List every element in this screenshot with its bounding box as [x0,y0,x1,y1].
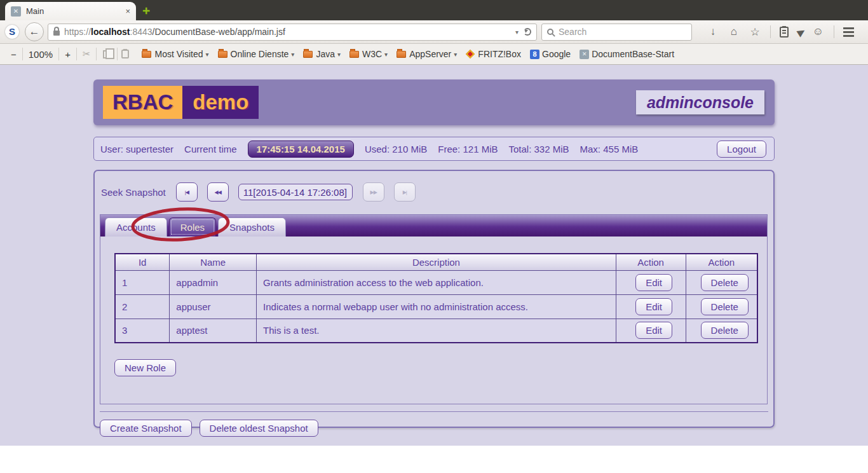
browser-navigation-bar: S ← https://localhost:8443/DocumentBase-… [0,20,868,44]
roles-table: Id Name Description Action Action 1 appa… [114,253,758,343]
downloads-icon[interactable]: ↓ [705,25,721,38]
delete-oldest-snapshot-button[interactable]: Delete oldest Snapshot [200,420,318,437]
documentbase-icon: ✕ [580,50,589,59]
zoom-in-button[interactable]: + [65,49,71,60]
seek-snapshot-label: Seek Snapshot [101,187,166,198]
session-manager-icon[interactable]: S [5,25,19,39]
folder-icon [218,51,227,58]
new-role-button[interactable]: New Role [114,359,176,376]
bookmark-appserver[interactable]: AppServer ▾ [397,49,457,59]
chevron-down-icon: ▾ [291,51,294,58]
status-user: User: supertester [100,144,173,154]
tab-roles[interactable]: Roles [169,217,216,236]
paste-icon[interactable] [121,50,129,58]
url-bar[interactable]: https://localhost:8443/DocumentBase-web/… [48,24,537,41]
roles-tab-content: Id Name Description Action Action 1 appa… [100,253,767,404]
url-dropdown-icon[interactable]: ▾ [515,29,519,36]
bookmark-java[interactable]: Java ▾ [303,49,341,59]
lock-icon [53,31,60,36]
status-total-memory: Total: 332 MiB [508,144,569,154]
menu-hamburger-icon[interactable] [843,27,854,29]
seek-next-button[interactable]: ▶▶ [363,182,384,202]
toolbar-separator [770,25,771,38]
edit-button[interactable]: Edit [635,274,672,291]
bookmarks-toolbar: − 100% + ✂ Most Visited ▾ Online Dienste… [0,44,868,65]
adminconsole-label: adminconsole [636,90,764,114]
logout-button[interactable]: Logout [717,141,766,158]
url-port: :8443 [130,27,153,37]
main-panel: Seek Snapshot |◀ ◀◀ ▶▶ ▶| Accounts Roles… [93,170,775,428]
bookmark-label: W3C [362,49,382,59]
zoom-level[interactable]: 100% [29,49,53,60]
seek-first-button[interactable]: |◀ [176,182,198,202]
back-button[interactable]: ← [25,22,44,41]
google-icon: 8 [530,50,539,59]
bookmark-google[interactable]: 8 Google [530,49,571,59]
bookmark-most-visited[interactable]: Most Visited ▾ [142,49,208,59]
chevron-down-icon: ▾ [205,51,208,58]
cell-description: This is a test. [257,319,616,343]
bookmark-label: FRITZ!Box [478,49,521,59]
cell-name: appuser [170,294,257,319]
search-placeholder: Search [559,27,587,37]
bookmark-label: Most Visited [154,49,203,59]
tab-accounts[interactable]: Accounts [105,217,167,236]
cell-description: Indicates a normal webapp user with no a… [257,294,616,319]
delete-button[interactable]: Delete [701,322,749,339]
fritzbox-icon [466,50,475,58]
bookmark-w3c[interactable]: W3C ▾ [349,49,388,59]
bookmark-label: AppServer [409,49,451,59]
cut-icon[interactable]: ✂ [83,48,91,60]
folder-icon [142,51,151,58]
delete-button[interactable]: Delete [701,274,749,291]
share-icon[interactable]: ▶ [795,25,807,38]
delete-button[interactable]: Delete [701,298,749,315]
edit-button[interactable]: Edit [635,322,672,339]
toolbar-separator [117,48,118,60]
tab-label: Roles [180,222,205,233]
tab-snapshots[interactable]: Snapshots [218,217,286,236]
folder-icon [349,51,359,58]
url-protocol: https:// [64,27,91,37]
web-page: RBAC demo adminconsole User: supertester… [0,65,868,446]
feedback-smiley-icon[interactable]: ☺ [811,25,826,38]
bookmark-documentbase-start[interactable]: ✕ DocumentBase-Start [580,49,674,59]
bookmark-fritzbox[interactable]: FRITZ!Box [466,49,521,59]
reload-icon[interactable] [524,28,531,36]
cell-name: appadmin [170,270,257,294]
status-free-memory: Free: 121 MiB [438,144,498,154]
toolbar-separator [834,25,834,38]
table-row: 3 apptest This is a test. Edit Delete [115,319,757,343]
folder-icon [397,51,406,58]
new-tab-button[interactable]: + [142,3,150,18]
tab-close-icon[interactable]: × [125,6,130,16]
home-icon[interactable]: ⌂ [726,25,742,38]
column-header-action-edit: Action [616,254,686,270]
bookmark-star-icon[interactable]: ☆ [747,25,763,39]
copy-icon[interactable] [103,50,109,58]
cell-id: 1 [115,270,170,294]
search-icon [547,29,553,35]
search-input[interactable]: Search [541,24,692,41]
page-favicon: ✕ [11,6,21,17]
cell-name: apptest [170,319,257,343]
table-row: 2 appuser Indicates a normal webapp user… [115,294,757,319]
bookmark-online-dienste[interactable]: Online Dienste ▾ [218,49,295,59]
browser-tab-main[interactable]: ✕ Main × [5,2,136,20]
cell-id: 2 [115,294,170,319]
seek-previous-button[interactable]: ◀◀ [207,182,229,202]
edit-button[interactable]: Edit [635,298,672,315]
table-row: 1 appadmin Grants administration access … [115,270,757,294]
chevron-down-icon: ▾ [454,51,457,58]
create-snapshot-button[interactable]: Create Snapshot [100,420,192,437]
app-header-band: RBAC demo adminconsole [93,79,775,125]
zoom-out-button[interactable]: − [11,49,17,60]
seek-last-button[interactable]: ▶| [394,182,416,202]
app-logo: RBAC demo [103,86,259,119]
bookmarks-list-icon[interactable] [780,27,789,38]
tab-label: Accounts [116,222,156,233]
cell-id: 3 [115,319,170,343]
status-bar: User: supertester Current time 17:45:15 … [93,137,775,161]
snapshot-value-input[interactable] [238,184,353,200]
bookmark-label: DocumentBase-Start [592,49,674,59]
